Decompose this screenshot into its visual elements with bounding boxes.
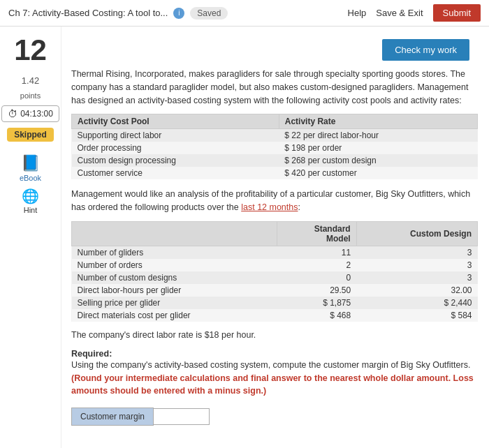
table-row: Order processing $ 198 per order: [72, 142, 478, 154]
row-label: Selling price per glider: [72, 297, 277, 309]
table-row: Direct labor-hours per glider 29.50 32.0…: [72, 284, 478, 297]
ebook-label: eBook: [20, 174, 41, 182]
activity-rate: $ 22 per direct labor-hour: [279, 129, 477, 142]
ebook-icon: 📘: [21, 154, 40, 172]
header-right: Help Save & Exit Submit: [348, 4, 481, 22]
customer-margin-row: Customer margin: [71, 408, 478, 426]
activity-name: Order processing: [72, 142, 279, 154]
required-section: Required: Using the company's activity-b…: [71, 348, 478, 398]
custom-value: 3: [356, 259, 477, 271]
skipped-badge: Skipped: [7, 128, 54, 142]
last-12-months: last 12 months: [241, 202, 298, 212]
table-row: Number of orders 2 3: [72, 259, 478, 271]
hint-icon: 🌐: [22, 188, 39, 204]
standard-value: $ 468: [277, 309, 356, 322]
sidebar: 12 1.42 points ⏱ 04:13:00 Skipped 📘 eBoo…: [0, 27, 61, 448]
row-label: Number of custom designs: [72, 271, 277, 284]
standard-value: $ 1,875: [277, 297, 356, 309]
standard-value: 29.50: [277, 284, 356, 297]
standard-value: 0: [277, 271, 356, 284]
custom-design-header: Custom Design: [356, 221, 477, 246]
row-label: Number of gliders: [72, 246, 277, 259]
activity-rate: $ 198 per order: [279, 142, 477, 154]
table-row: Number of custom designs 0 3: [72, 271, 478, 284]
row-label: Direct materials cost per glider: [72, 309, 277, 322]
table-row: Customer service $ 420 per customer: [72, 167, 478, 179]
timer-value: 04:13:00: [20, 109, 53, 119]
content-area: Check my work Thermal Rising, Incorporat…: [61, 27, 489, 448]
hint-item[interactable]: 🌐 Hint: [22, 188, 39, 214]
rate-col-header: Activity Rate: [279, 114, 477, 129]
custom-value: 3: [356, 271, 477, 284]
hint-label: Hint: [24, 206, 38, 214]
check-work-row: Check my work: [71, 33, 478, 61]
save-exit-button[interactable]: Save & Exit: [376, 8, 423, 18]
activity-name: Custom design processing: [72, 154, 279, 167]
saved-badge: Saved: [190, 7, 228, 20]
custom-value: $ 2,440: [356, 297, 477, 309]
labor-paragraph: The company's direct labor rate is $18 p…: [71, 330, 478, 340]
required-warning: (Round your intermediate calculations an…: [71, 373, 474, 396]
standard-value: 11: [277, 246, 356, 259]
question-number: 12: [14, 33, 47, 67]
analysis-paragraph: Management would like an analysis of the…: [71, 188, 478, 214]
ebook-item[interactable]: 📘 eBook: [20, 154, 41, 182]
problem-paragraph: Thermal Rising, Incorporated, makes para…: [71, 68, 478, 107]
custom-value: 32.00: [356, 284, 477, 297]
customer-margin-label: Customer margin: [71, 408, 154, 426]
activity-rate: $ 268 per custom design: [279, 154, 477, 167]
products-table: StandardModel Custom Design Number of gl…: [71, 221, 478, 322]
check-my-work-button[interactable]: Check my work: [382, 39, 469, 61]
activity-col-header: Activity Cost Pool: [72, 114, 279, 129]
row-label: Direct labor-hours per glider: [72, 284, 277, 297]
standard-value: 2: [277, 259, 356, 271]
activity-rate: $ 420 per customer: [279, 167, 477, 179]
customer-margin-input[interactable]: [154, 408, 210, 425]
points-label: points: [20, 91, 41, 100]
header-left: Ch 7: Activity-Based Costing: A tool to.…: [8, 7, 228, 20]
custom-value: $ 584: [356, 309, 477, 322]
required-label: Required:: [71, 349, 112, 359]
main-container: 12 1.42 points ⏱ 04:13:00 Skipped 📘 eBoo…: [0, 27, 489, 448]
activity-name: Customer service: [72, 167, 279, 179]
custom-value: 3: [356, 246, 477, 259]
required-text: Using the company's activity-based costi…: [71, 360, 470, 370]
timer-box: ⏱ 04:13:00: [1, 105, 59, 122]
clock-icon: ⏱: [8, 108, 17, 119]
info-icon[interactable]: i: [173, 8, 184, 19]
table-row: Direct materials cost per glider $ 468 $…: [72, 309, 478, 322]
help-link[interactable]: Help: [348, 8, 367, 18]
chapter-title: Ch 7: Activity-Based Costing: A tool to.…: [8, 8, 168, 18]
table-row: Selling price per glider $ 1,875 $ 2,440: [72, 297, 478, 309]
activity-name: Supporting direct labor: [72, 129, 279, 142]
row-label: Number of orders: [72, 259, 277, 271]
table-row: Custom design processing $ 268 per custo…: [72, 154, 478, 167]
standard-model-header: StandardModel: [277, 221, 356, 246]
points-value: 1.42: [22, 75, 39, 86]
submit-button[interactable]: Submit: [433, 4, 481, 22]
table-row: Supporting direct labor $ 22 per direct …: [72, 129, 478, 142]
header: Ch 7: Activity-Based Costing: A tool to.…: [0, 0, 489, 27]
product-col-header: [72, 221, 277, 246]
table-row: Number of gliders 11 3: [72, 246, 478, 259]
activity-cost-table: Activity Cost Pool Activity Rate Support…: [71, 114, 478, 179]
